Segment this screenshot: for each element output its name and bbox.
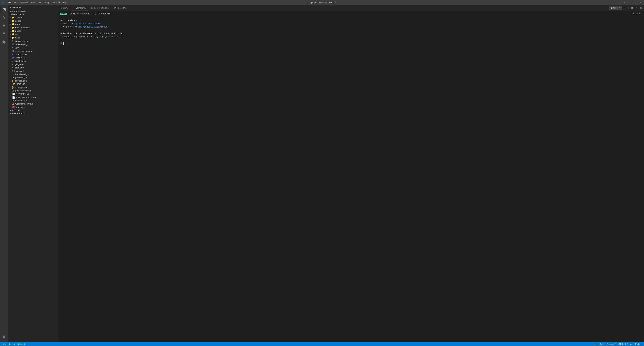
debug-activity-icon[interactable] [0,30,8,38]
file-yarn-lock[interactable]: 🧶 yarn.lock [8,105,58,109]
npm-scripts-section[interactable]: ❯ NPM SCRIPTS [8,112,58,115]
statusbar-position[interactable]: Ln 1, Col 1 [594,343,606,345]
terminal-local-url[interactable]: http://localhost:8000/ [72,23,101,25]
maximize-button[interactable]: □ [628,0,636,5]
folder-docs[interactable]: ❯ 📁 docs [8,23,58,26]
new-terminal-button[interactable]: + [622,6,625,10]
statusbar-encoding[interactable]: UTF-8 [616,343,624,345]
menu-debug[interactable]: Debug [42,0,51,5]
file-env-preview-label: .env.preview [15,53,27,56]
tab-terminal[interactable]: TERMINAL [72,5,88,11]
folder-node-modules-icon: 📁 [12,26,14,29]
file-jsconfig[interactable]: {} jsconfig.json [8,79,58,82]
statusbar: ⎇ master ↻ ✕ 0 ⚠ 0 Ln 1, Col 1 Spaces: 2… [0,342,644,346]
file-env-label: .env [15,47,20,49]
close-panel-button[interactable]: ✕ [639,6,643,10]
folder-src[interactable]: ❯ 📁 src [8,33,58,36]
outline-section[interactable]: ❯ OUTLINE [8,109,58,112]
menu-terminal[interactable]: Terminal [51,0,61,5]
file-babel-icon: JS [12,73,14,75]
open-editors-section[interactable]: ❯ OPEN EDITORS [8,10,58,13]
file-travis-icon: ! [12,70,13,72]
statusbar-language[interactable]: Vue [628,343,634,345]
file-package[interactable]: {} package.json [8,86,58,89]
close-button[interactable]: ✕ [636,0,644,5]
tab-problems[interactable]: PROBLEMS [112,5,129,11]
minimize-button[interactable]: − [621,0,628,5]
statusbar-position-text: Ln 1, Col 1 [595,343,604,345]
menu-edit[interactable]: Edit [12,0,19,5]
file-env-development[interactable]: ⚙ .env.development [8,49,58,53]
folder-public-chevron: ❯ [10,30,11,32]
file-editorconfig[interactable]: ⚙ .editorconfig [8,43,58,46]
file-readme-zh[interactable]: 📄 README.zh-CN.md [8,96,58,99]
statusbar-right: Ln 1, Col 1 Spaces: 2 UTF-8 LF Vue Prett… [594,343,643,345]
settings-activity-icon[interactable] [0,333,8,341]
file-browserslistrc[interactable]: ≡ .browserslistrc [8,39,58,43]
file-postcss-label: postcss.config.js [15,89,31,92]
extensions-activity-icon[interactable] [0,38,8,46]
warning-icon: ⚠ [21,343,23,345]
my-project-section[interactable]: ∨ MY-PROJECT [8,13,58,16]
file-jsconfig-label: jsconfig.json [14,80,27,82]
menu-go[interactable]: Go [37,0,42,5]
terminal-local-line: - Local: http://localhost:8000/ [60,22,642,26]
statusbar-spaces[interactable]: Spaces: 2 [606,343,616,345]
maximize-panel-button[interactable]: ⌃ [635,6,638,10]
file-readme[interactable]: 📄 README.md [8,92,58,96]
menu-view[interactable]: View [30,0,37,5]
folder-github-icon: 📁 [12,16,14,19]
file-license[interactable]: 🔑 LICENSE [8,82,58,86]
menu-file[interactable]: File [7,0,12,5]
titlebar: ❖ File Edit Selection View Go Debug Term… [0,0,644,5]
compile-msg: Compiled successfully in 96856ms [68,13,110,15]
statusbar-prettier[interactable]: Prettier [634,343,643,345]
terminal-network-url[interactable]: http://192.168.1.117:8000/ [75,26,109,28]
file-readme-zh-icon: 📄 [12,96,15,99]
panel-tabs: OUTPUT TERMINAL DEBUG CONSOLE PROBLEMS 1… [58,5,644,11]
file-env[interactable]: ⚙ .env [8,46,58,49]
terminal-cursor [63,42,64,45]
menu-help[interactable]: Help [61,0,68,5]
terminal-content[interactable]: DONECompiled successfully in 96856ms App… [58,11,644,342]
file-eslintrc[interactable]: E .eslintrc.js [8,56,58,59]
folder-config[interactable]: ❯ 📁 config [8,19,58,23]
statusbar-errors[interactable]: ✕ 0 ⚠ 0 [16,342,26,346]
file-postcss[interactable]: JS postcss.config.js [8,89,58,92]
file-gitattributes-label: .gitattributes [14,60,26,62]
tab-debug-console[interactable]: DEBUG CONSOLE [88,5,112,11]
folder-github-label: .github [15,16,22,19]
file-gitattributes[interactable]: ● .gitattributes [8,59,58,63]
folder-public[interactable]: ❯ 📁 public [8,29,58,33]
folder-node-modules[interactable]: ❯ 📁 node_modules [8,26,58,29]
file-gitignore[interactable]: ● .gitignore [8,63,58,66]
folder-tests[interactable]: ❯ 📁 tests [8,36,58,39]
file-travis-label: .travis.yml [14,70,24,72]
split-terminal-button[interactable]: ☐ [626,6,630,10]
terminal-note-post: . [118,36,119,38]
source-control-activity-icon[interactable] [0,22,8,30]
tab-output[interactable]: OUTPUT [58,5,72,11]
terminal-note-pre: To create a production build, run [60,36,105,38]
file-babel-label: babel.config.js [15,73,29,76]
statusbar-language-text: Vue [630,343,633,345]
folder-tests-icon: 📁 [12,36,14,39]
file-webstorm[interactable]: JS webstorm.config.js [8,102,58,105]
statusbar-eol[interactable]: LF [624,343,628,345]
statusbar-branch[interactable]: ⎇ master [1,342,12,346]
file-prettierrc-icon: ● [12,66,14,69]
file-browserslistrc-label: .browserslistrc [14,40,28,42]
kill-terminal-button[interactable]: 🗑 [630,6,634,10]
file-prettierrc[interactable]: ● .prettierrc [8,66,58,69]
file-travis[interactable]: ! .travis.yml [8,69,58,73]
explorer-activity-icon[interactable] [0,6,8,14]
file-babel[interactable]: JS babel.config.js [8,73,58,76]
menu-selection[interactable]: Selection [19,0,30,5]
file-jest[interactable]: JS jest.config.js [8,76,58,79]
file-vue-config[interactable]: JS vue.config.js [8,99,58,102]
statusbar-sync[interactable]: ↻ [12,342,16,346]
search-activity-icon[interactable] [0,14,8,22]
file-env-preview[interactable]: ⚙ .env.preview [8,53,58,56]
terminal-selector[interactable]: 1: node [609,6,622,10]
folder-github[interactable]: ❯ 📁 .github [8,16,58,19]
